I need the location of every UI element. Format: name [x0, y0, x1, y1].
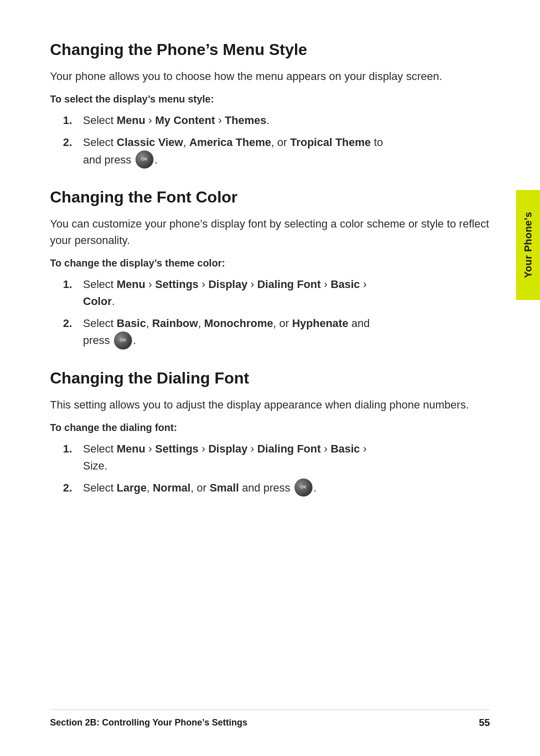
section-font-color: Changing the Font Color You can customiz… — [50, 188, 490, 350]
period-fc: . — [133, 334, 136, 346]
press-text-fc: press — [83, 334, 113, 346]
step-num-1: 1. — [63, 112, 72, 129]
step-num-df-2: 2. — [63, 480, 72, 496]
settings-df-bold: Settings — [155, 442, 198, 455]
steps-list-menu-style: 1. Select Menu › My Content › Themes. 2.… — [65, 112, 490, 169]
dialing-font-df-bold: Dialing Font — [257, 442, 320, 455]
instruction-label-menu-style: To select the display’s menu style: — [50, 94, 490, 105]
monochrome-bold: Monochrome — [204, 317, 273, 330]
instruction-label-dialing-font: To change the dialing font: — [50, 422, 490, 434]
step-content-df-1: Select Menu › Settings › Display › Diali… — [83, 442, 366, 472]
footer-section-text: Section 2B: Controlling Your Phone’s Set… — [50, 718, 248, 728]
step-num-df-1: 1. — [63, 440, 72, 458]
basic-fc2-bold: Basic — [116, 317, 146, 330]
large-bold: Large — [116, 482, 146, 494]
tropical-theme-bold: Tropical Theme — [290, 136, 370, 148]
step-num-fc-2: 2. — [63, 315, 72, 332]
step-dialing-font-2: 2. Select Large, Normal, or Small and pr… — [65, 480, 490, 498]
step-dialing-font-1: 1. Select Menu › Settings › Display › Di… — [65, 440, 490, 474]
menu-fc-bold: Menu — [116, 278, 145, 290]
step-content-fc-1: Select Menu › Settings › Display › Diali… — [83, 278, 366, 308]
step-num-fc-1: 1. — [63, 276, 72, 293]
step-font-color-1: 1. Select Menu › Settings › Display › Di… — [65, 276, 490, 310]
steps-list-dialing-font: 1. Select Menu › Settings › Display › Di… — [65, 440, 490, 498]
settings-fc-bold: Settings — [155, 278, 198, 290]
step-content-menu-style-2: Select Classic View, America Theme, or T… — [83, 136, 383, 166]
footer-page-number: 55 — [479, 717, 490, 728]
step-menu-style-2: 2. Select Classic View, America Theme, o… — [65, 134, 490, 169]
page-footer: Section 2B: Controlling Your Phone’s Set… — [50, 710, 490, 728]
rainbow-bold: Rainbow — [152, 317, 198, 330]
and-press-text: and press — [83, 154, 134, 166]
basic-df-bold: Basic — [330, 442, 360, 455]
period-df: . — [314, 482, 316, 494]
menu-df-bold: Menu — [116, 442, 145, 455]
menu-bold: Menu — [116, 114, 145, 126]
classic-view-bold: Classic View — [116, 136, 183, 148]
ok-button-icon-1 — [136, 150, 154, 168]
period-1: . — [154, 154, 158, 166]
dialing-font-fc-bold: Dialing Font — [257, 278, 320, 290]
normal-bold: Normal — [152, 482, 190, 494]
mycontent-bold: My Content — [155, 114, 215, 126]
basic-fc-bold: Basic — [330, 278, 360, 290]
instruction-label-font-color: To change the display’s theme color: — [50, 258, 490, 269]
america-theme-bold: America Theme — [189, 136, 271, 148]
display-df-bold: Display — [208, 442, 248, 455]
step-content-menu-style-1: Select Menu › My Content › Themes. — [83, 114, 270, 126]
side-tab-label: Your Phone's — [522, 212, 534, 278]
section-menu-style: Changing the Phone’s Menu Style Your pho… — [50, 40, 490, 170]
themes-bold: Themes — [225, 114, 266, 126]
side-tab: Your Phone's — [516, 190, 540, 300]
section-body-font-color: You can customize your phone’s display f… — [50, 216, 490, 248]
page-container: Changing the Phone’s Menu Style Your pho… — [0, 0, 540, 756]
color-fc-bold: Color — [83, 295, 112, 308]
step-menu-style-1: 1. Select Menu › My Content › Themes. — [65, 112, 490, 129]
section-body-menu-style: Your phone allows you to choose how the … — [50, 68, 490, 84]
section-dialing-font: Changing the Dialing Font This setting a… — [50, 368, 490, 498]
steps-list-font-color: 1. Select Menu › Settings › Display › Di… — [65, 276, 490, 350]
section-title-dialing-font: Changing the Dialing Font — [50, 368, 490, 388]
step-num-2: 2. — [63, 134, 72, 151]
section-title-font-color: Changing the Font Color — [50, 188, 490, 206]
ok-button-icon-2 — [114, 332, 132, 350]
section-title-menu-style: Changing the Phone’s Menu Style — [50, 40, 490, 59]
step-content-df-2: Select Large, Normal, or Small and press… — [83, 482, 316, 494]
small-bold: Small — [210, 482, 239, 494]
ok-button-icon-3 — [294, 478, 312, 496]
step-font-color-2: 2. Select Basic, Rainbow, Monochrome, or… — [65, 315, 490, 350]
hyphenate-bold: Hyphenate — [292, 317, 348, 330]
size-df: Size — [83, 460, 104, 472]
section-body-dialing-font: This setting allows you to adjust the di… — [50, 396, 490, 413]
step-content-fc-2: Select Basic, Rainbow, Monochrome, or Hy… — [83, 317, 370, 346]
display-fc-bold: Display — [208, 278, 248, 290]
